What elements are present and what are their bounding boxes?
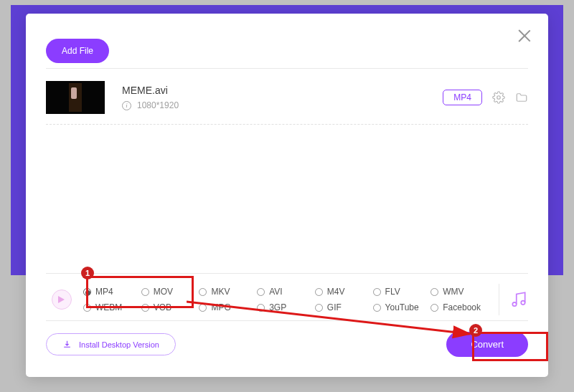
radio-icon — [430, 288, 438, 296]
divider — [46, 273, 528, 274]
radio-icon — [257, 288, 265, 296]
download-icon — [62, 340, 72, 349]
install-desktop-label: Install Desktop Version — [79, 340, 159, 349]
format-option-mkv[interactable]: MKV — [199, 287, 257, 297]
format-option-label: VOB — [154, 302, 171, 312]
music-icon[interactable] — [509, 290, 528, 309]
gear-icon[interactable] — [492, 91, 505, 104]
file-row: MEME.avi i 1080*1920 MP4 — [46, 75, 528, 120]
close-icon[interactable] — [517, 28, 532, 44]
radio-icon — [83, 288, 91, 296]
converter-modal: Add File MEME.avi i 1080*1920 MP4 — [26, 14, 548, 377]
format-option-label: MPG — [211, 302, 230, 312]
file-resolution: 1080*1920 — [137, 100, 179, 110]
format-option-label: 3GP — [269, 302, 286, 312]
radio-icon — [141, 288, 149, 296]
format-option-avi[interactable]: AVI — [257, 287, 315, 297]
format-grid: MP4MOVMKVAVIM4VFLVWMVWEBMVOBMPG3GPGIFYou… — [77, 287, 489, 312]
radio-icon — [141, 304, 149, 312]
format-option-webm[interactable]: WEBM — [83, 302, 141, 312]
format-option-label: WEBM — [95, 302, 122, 312]
install-desktop-button[interactable]: Install Desktop Version — [46, 333, 176, 355]
format-option-label: GIF — [327, 302, 342, 312]
format-section: MP4MOVMKVAVIM4VFLVWMVWEBMVOBMPG3GPGIFYou… — [46, 273, 528, 315]
radio-icon — [315, 288, 323, 296]
radio-icon — [83, 304, 91, 312]
footer-row: Install Desktop Version Convert — [46, 332, 528, 357]
format-option-wmv[interactable]: WMV — [430, 287, 489, 297]
format-option-label: M4V — [327, 287, 345, 297]
format-option-label: WMV — [443, 287, 464, 297]
file-resolution-row: i 1080*1920 — [122, 100, 443, 110]
format-option-label: MP4 — [95, 287, 113, 297]
format-option-gif[interactable]: GIF — [315, 302, 373, 312]
format-option-label: FLV — [385, 287, 400, 297]
radio-icon — [199, 304, 207, 312]
divider — [46, 320, 528, 321]
file-name: MEME.avi — [122, 85, 443, 96]
format-option-facebook[interactable]: Facebook — [430, 302, 489, 312]
svg-point-0 — [497, 96, 501, 100]
format-option-3gp[interactable]: 3GP — [257, 302, 315, 312]
output-format-tag[interactable]: MP4 — [443, 90, 482, 105]
divider-vertical — [499, 284, 499, 315]
format-option-mp4[interactable]: MP4 — [83, 287, 141, 297]
annotation-badge-1: 1 — [81, 267, 94, 279]
format-option-label: Facebook — [443, 302, 481, 312]
add-file-button[interactable]: Add File — [46, 39, 109, 63]
format-option-youtube[interactable]: YouTube — [373, 302, 431, 312]
format-option-flv[interactable]: FLV — [373, 287, 431, 297]
format-option-mpg[interactable]: MPG — [199, 302, 257, 312]
format-option-label: MOV — [154, 287, 173, 297]
format-option-label: AVI — [269, 287, 282, 297]
divider — [46, 68, 528, 69]
radio-icon — [430, 304, 438, 312]
annotation-badge-2: 2 — [469, 324, 482, 337]
video-thumbnail[interactable] — [46, 81, 105, 114]
svg-point-1 — [512, 302, 516, 306]
info-icon[interactable]: i — [122, 101, 131, 110]
radio-icon — [257, 304, 265, 312]
svg-point-2 — [521, 301, 524, 305]
radio-icon — [199, 288, 207, 296]
format-option-label: YouTube — [385, 302, 419, 312]
convert-button[interactable]: Convert — [446, 332, 528, 357]
file-metadata: MEME.avi i 1080*1920 — [122, 85, 443, 110]
format-option-label: MKV — [211, 287, 230, 297]
divider-dashed — [46, 124, 528, 125]
video-category-icon[interactable] — [52, 290, 72, 310]
radio-icon — [315, 304, 323, 312]
format-option-vob[interactable]: VOB — [141, 302, 199, 312]
radio-icon — [373, 304, 381, 312]
folder-icon[interactable] — [515, 91, 528, 104]
format-option-mov[interactable]: MOV — [141, 287, 199, 297]
radio-icon — [373, 288, 381, 296]
format-option-m4v[interactable]: M4V — [315, 287, 373, 297]
